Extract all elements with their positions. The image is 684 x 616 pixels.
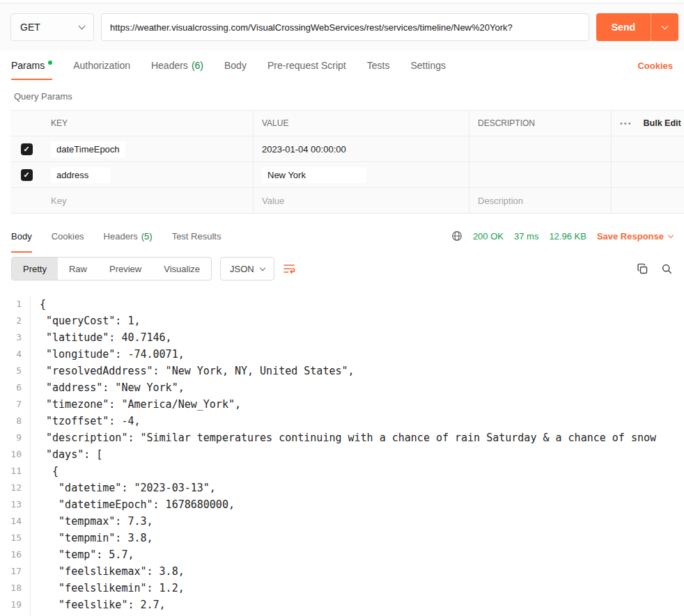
code-line-number: 17 xyxy=(0,563,22,580)
tab-params[interactable]: Params xyxy=(11,51,52,80)
checkbox-checked-icon[interactable] xyxy=(21,169,33,181)
param-value-input[interactable]: 2023-01-04 00:00:00 xyxy=(262,144,346,155)
view-tab-visualize[interactable]: Visualize xyxy=(153,258,211,280)
view-tab-preview[interactable]: Preview xyxy=(98,258,153,280)
tab-label: Params xyxy=(11,60,45,71)
param-value-input[interactable]: Value xyxy=(262,196,284,206)
code-line-number: 4 xyxy=(0,346,22,363)
param-key-input[interactable]: dateTimeEpoch xyxy=(51,141,125,157)
param-key-input[interactable]: address xyxy=(51,167,111,183)
send-button[interactable]: Send xyxy=(596,13,651,41)
save-response-button[interactable]: Save Response xyxy=(597,231,673,242)
code-line-number: 8 xyxy=(0,413,22,429)
format-label: JSON xyxy=(230,264,254,274)
tab-authorization[interactable]: Authorization xyxy=(73,51,130,80)
tab-body[interactable]: Body xyxy=(224,51,247,80)
tab-tests[interactable]: Tests xyxy=(367,51,390,80)
request-bar: GET Send xyxy=(0,3,684,51)
code-line: "longitude": -74.0071, xyxy=(40,346,656,363)
tab-label: Body xyxy=(224,60,247,71)
send-options-button[interactable] xyxy=(651,13,678,41)
save-response-label: Save Response xyxy=(597,231,664,242)
tab-label: Headers xyxy=(104,231,138,242)
tab-label: Test Results xyxy=(172,231,221,242)
more-options-icon[interactable] xyxy=(620,119,632,127)
params-header-row: KEY VALUE DESCRIPTION Bulk Edit xyxy=(10,110,684,136)
status-badge[interactable]: 200 OK xyxy=(473,231,504,242)
code-line-number: 2 xyxy=(0,313,22,329)
param-description-input[interactable] xyxy=(469,162,611,187)
response-tab-test-results[interactable]: Test Results xyxy=(172,219,221,253)
copy-icon[interactable] xyxy=(637,263,648,275)
globe-icon[interactable] xyxy=(451,230,463,242)
view-tab-pretty[interactable]: Pretty xyxy=(12,258,58,280)
cookies-link[interactable]: Cookies xyxy=(637,61,673,71)
code-line-number: 19 xyxy=(0,597,22,613)
response-headers-count: (5) xyxy=(141,231,153,242)
code-line: "resolvedAddress": "New York, NY, United… xyxy=(40,363,656,379)
column-key: KEY xyxy=(42,111,253,136)
tab-settings[interactable]: Settings xyxy=(410,51,446,80)
code-line-number: 18 xyxy=(0,580,22,597)
method-label: GET xyxy=(20,22,40,33)
response-time[interactable]: 37 ms xyxy=(514,231,538,242)
code-line: "feelslikemin": 1.2, xyxy=(40,580,656,597)
response-body-viewer[interactable]: 1234567891011121314151617181920 { "query… xyxy=(0,292,684,616)
param-description-input[interactable] xyxy=(469,136,611,161)
tab-label: Cookies xyxy=(52,231,84,242)
code-line-number: 5 xyxy=(0,363,22,379)
url-input[interactable] xyxy=(101,13,589,41)
chevron-down-icon xyxy=(259,264,265,270)
column-value: VALUE xyxy=(253,111,469,136)
code-line-number: 6 xyxy=(0,379,22,396)
headers-count: (6) xyxy=(192,60,203,71)
response-tab-body[interactable]: Body xyxy=(11,219,32,253)
line-numbers: 1234567891011121314151617181920 xyxy=(0,296,31,616)
code-line: { xyxy=(40,463,656,480)
tab-headers[interactable]: Headers (6) xyxy=(151,51,203,80)
method-dropdown[interactable]: GET xyxy=(10,13,94,41)
tab-label: Settings xyxy=(410,60,446,71)
param-row: address New York xyxy=(10,162,684,188)
code-line: "timezone": "America/New_York", xyxy=(40,396,656,413)
code-line-number: 11 xyxy=(0,463,22,480)
code-line: "feelslikemax": 3.8, xyxy=(40,563,656,580)
request-tabs: Params Authorization Headers (6) Body Pr… xyxy=(0,51,684,80)
query-params-label: Query Params xyxy=(0,80,684,110)
send-button-group: Send xyxy=(596,13,678,41)
search-icon[interactable] xyxy=(661,263,673,275)
wrap-text-icon[interactable] xyxy=(283,262,295,275)
tab-label: Body xyxy=(11,231,32,242)
tab-pre-request-script[interactable]: Pre-request Script xyxy=(267,51,346,80)
param-value-input[interactable]: New York xyxy=(262,167,366,183)
bulk-edit-button[interactable]: Bulk Edit xyxy=(644,118,681,128)
chevron-down-icon xyxy=(668,232,674,237)
code-line: "days": [ xyxy=(40,446,656,463)
param-description-input[interactable]: Description xyxy=(478,196,523,206)
response-size[interactable]: 12.96 KB xyxy=(549,231,586,242)
code-line: { xyxy=(40,296,656,313)
code-line-number: 10 xyxy=(0,446,22,463)
chevron-down-icon xyxy=(662,23,669,30)
response-tab-cookies[interactable]: Cookies xyxy=(52,219,84,253)
code-line: "address": "New York", xyxy=(40,379,656,396)
tab-label: Tests xyxy=(367,60,390,71)
response-meta: 200 OK 37 ms 12.96 KB Save Response xyxy=(451,219,673,253)
view-tab-raw[interactable]: Raw xyxy=(58,258,98,280)
param-empty-row: Key Value Description xyxy=(10,188,684,214)
param-key-input[interactable]: Key xyxy=(51,196,66,206)
code-line-number: 16 xyxy=(0,546,22,563)
response-tab-headers[interactable]: Headers (5) xyxy=(104,219,153,253)
code-line: "tempmin": 3.8, xyxy=(40,530,656,546)
checkbox-checked-icon[interactable] xyxy=(21,143,33,155)
code-line: "queryCost": 1, xyxy=(40,313,656,329)
chevron-down-icon xyxy=(79,23,86,30)
format-dropdown[interactable]: JSON xyxy=(220,257,274,281)
code-line: "temp": 5.7, xyxy=(40,546,656,563)
code-line: "dew": 3.1, xyxy=(40,613,656,616)
code-line: "datetimeEpoch": 1678680000, xyxy=(40,496,656,513)
params-table: KEY VALUE DESCRIPTION Bulk Edit dateTime… xyxy=(10,110,684,214)
code-line-number: 14 xyxy=(0,513,22,530)
response-tabs: Body Cookies Headers (5) Test Results 20… xyxy=(0,219,684,253)
code-line-number: 3 xyxy=(0,329,22,346)
